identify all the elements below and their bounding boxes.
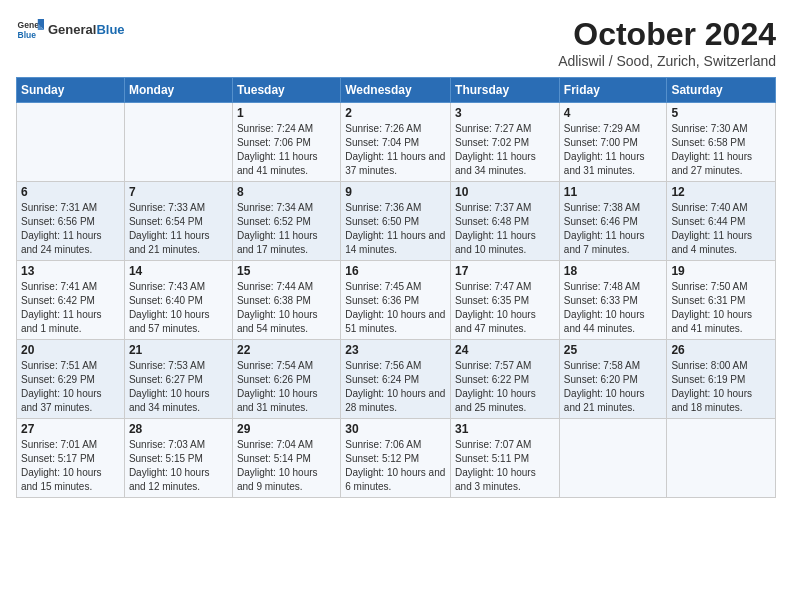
day-cell: 2Sunrise: 7:26 AMSunset: 7:04 PMDaylight… [341,103,451,182]
logo-text: GeneralBlue [48,23,125,37]
day-info: Sunrise: 7:37 AMSunset: 6:48 PMDaylight:… [455,201,555,257]
weekday-header-tuesday: Tuesday [232,78,340,103]
title-block: October 2024 Adliswil / Sood, Zurich, Sw… [558,16,776,69]
day-cell: 13Sunrise: 7:41 AMSunset: 6:42 PMDayligh… [17,261,125,340]
day-cell: 1Sunrise: 7:24 AMSunset: 7:06 PMDaylight… [232,103,340,182]
day-cell: 27Sunrise: 7:01 AMSunset: 5:17 PMDayligh… [17,419,125,498]
weekday-header-row: SundayMondayTuesdayWednesdayThursdayFrid… [17,78,776,103]
day-info: Sunrise: 7:07 AMSunset: 5:11 PMDaylight:… [455,438,555,494]
day-number: 25 [564,343,663,357]
day-number: 19 [671,264,771,278]
day-cell [559,419,667,498]
day-info: Sunrise: 7:51 AMSunset: 6:29 PMDaylight:… [21,359,120,415]
day-cell: 12Sunrise: 7:40 AMSunset: 6:44 PMDayligh… [667,182,776,261]
day-info: Sunrise: 7:58 AMSunset: 6:20 PMDaylight:… [564,359,663,415]
day-cell: 20Sunrise: 7:51 AMSunset: 6:29 PMDayligh… [17,340,125,419]
day-info: Sunrise: 7:38 AMSunset: 6:46 PMDaylight:… [564,201,663,257]
day-cell: 25Sunrise: 7:58 AMSunset: 6:20 PMDayligh… [559,340,667,419]
day-cell: 6Sunrise: 7:31 AMSunset: 6:56 PMDaylight… [17,182,125,261]
day-cell [124,103,232,182]
day-cell: 18Sunrise: 7:48 AMSunset: 6:33 PMDayligh… [559,261,667,340]
day-info: Sunrise: 7:36 AMSunset: 6:50 PMDaylight:… [345,201,446,257]
week-row-5: 27Sunrise: 7:01 AMSunset: 5:17 PMDayligh… [17,419,776,498]
day-number: 13 [21,264,120,278]
day-info: Sunrise: 7:56 AMSunset: 6:24 PMDaylight:… [345,359,446,415]
day-info: Sunrise: 7:41 AMSunset: 6:42 PMDaylight:… [21,280,120,336]
day-number: 12 [671,185,771,199]
day-info: Sunrise: 8:00 AMSunset: 6:19 PMDaylight:… [671,359,771,415]
day-cell: 24Sunrise: 7:57 AMSunset: 6:22 PMDayligh… [451,340,560,419]
day-cell [17,103,125,182]
day-number: 1 [237,106,336,120]
day-number: 29 [237,422,336,436]
day-info: Sunrise: 7:04 AMSunset: 5:14 PMDaylight:… [237,438,336,494]
weekday-header-saturday: Saturday [667,78,776,103]
day-info: Sunrise: 7:06 AMSunset: 5:12 PMDaylight:… [345,438,446,494]
day-cell: 22Sunrise: 7:54 AMSunset: 6:26 PMDayligh… [232,340,340,419]
day-number: 23 [345,343,446,357]
day-info: Sunrise: 7:33 AMSunset: 6:54 PMDaylight:… [129,201,228,257]
day-number: 2 [345,106,446,120]
day-cell: 11Sunrise: 7:38 AMSunset: 6:46 PMDayligh… [559,182,667,261]
day-number: 17 [455,264,555,278]
day-number: 11 [564,185,663,199]
day-cell: 7Sunrise: 7:33 AMSunset: 6:54 PMDaylight… [124,182,232,261]
day-info: Sunrise: 7:44 AMSunset: 6:38 PMDaylight:… [237,280,336,336]
day-cell: 9Sunrise: 7:36 AMSunset: 6:50 PMDaylight… [341,182,451,261]
day-number: 7 [129,185,228,199]
svg-text:Blue: Blue [18,30,37,40]
weekday-header-thursday: Thursday [451,78,560,103]
day-info: Sunrise: 7:26 AMSunset: 7:04 PMDaylight:… [345,122,446,178]
day-number: 9 [345,185,446,199]
day-info: Sunrise: 7:50 AMSunset: 6:31 PMDaylight:… [671,280,771,336]
day-info: Sunrise: 7:53 AMSunset: 6:27 PMDaylight:… [129,359,228,415]
day-cell: 4Sunrise: 7:29 AMSunset: 7:00 PMDaylight… [559,103,667,182]
day-number: 3 [455,106,555,120]
page: General Blue GeneralBlue October 2024 Ad… [0,0,792,508]
day-cell: 5Sunrise: 7:30 AMSunset: 6:58 PMDaylight… [667,103,776,182]
day-cell: 3Sunrise: 7:27 AMSunset: 7:02 PMDaylight… [451,103,560,182]
location-title: Adliswil / Sood, Zurich, Switzerland [558,53,776,69]
day-cell: 26Sunrise: 8:00 AMSunset: 6:19 PMDayligh… [667,340,776,419]
day-info: Sunrise: 7:48 AMSunset: 6:33 PMDaylight:… [564,280,663,336]
day-number: 31 [455,422,555,436]
day-number: 14 [129,264,228,278]
day-number: 20 [21,343,120,357]
day-cell: 28Sunrise: 7:03 AMSunset: 5:15 PMDayligh… [124,419,232,498]
day-number: 26 [671,343,771,357]
day-info: Sunrise: 7:57 AMSunset: 6:22 PMDaylight:… [455,359,555,415]
day-info: Sunrise: 7:03 AMSunset: 5:15 PMDaylight:… [129,438,228,494]
day-number: 21 [129,343,228,357]
day-number: 28 [129,422,228,436]
day-info: Sunrise: 7:40 AMSunset: 6:44 PMDaylight:… [671,201,771,257]
day-number: 8 [237,185,336,199]
day-info: Sunrise: 7:31 AMSunset: 6:56 PMDaylight:… [21,201,120,257]
day-info: Sunrise: 7:24 AMSunset: 7:06 PMDaylight:… [237,122,336,178]
day-cell: 16Sunrise: 7:45 AMSunset: 6:36 PMDayligh… [341,261,451,340]
weekday-header-sunday: Sunday [17,78,125,103]
day-cell: 29Sunrise: 7:04 AMSunset: 5:14 PMDayligh… [232,419,340,498]
day-cell: 17Sunrise: 7:47 AMSunset: 6:35 PMDayligh… [451,261,560,340]
logo: General Blue GeneralBlue [16,16,125,44]
week-row-2: 6Sunrise: 7:31 AMSunset: 6:56 PMDaylight… [17,182,776,261]
day-info: Sunrise: 7:01 AMSunset: 5:17 PMDaylight:… [21,438,120,494]
logo-icon: General Blue [16,16,44,44]
day-number: 4 [564,106,663,120]
day-info: Sunrise: 7:29 AMSunset: 7:00 PMDaylight:… [564,122,663,178]
day-info: Sunrise: 7:47 AMSunset: 6:35 PMDaylight:… [455,280,555,336]
day-info: Sunrise: 7:54 AMSunset: 6:26 PMDaylight:… [237,359,336,415]
day-cell: 31Sunrise: 7:07 AMSunset: 5:11 PMDayligh… [451,419,560,498]
day-cell: 14Sunrise: 7:43 AMSunset: 6:40 PMDayligh… [124,261,232,340]
day-cell: 19Sunrise: 7:50 AMSunset: 6:31 PMDayligh… [667,261,776,340]
weekday-header-monday: Monday [124,78,232,103]
day-cell: 15Sunrise: 7:44 AMSunset: 6:38 PMDayligh… [232,261,340,340]
day-cell: 21Sunrise: 7:53 AMSunset: 6:27 PMDayligh… [124,340,232,419]
day-info: Sunrise: 7:43 AMSunset: 6:40 PMDaylight:… [129,280,228,336]
day-number: 18 [564,264,663,278]
week-row-4: 20Sunrise: 7:51 AMSunset: 6:29 PMDayligh… [17,340,776,419]
day-cell: 8Sunrise: 7:34 AMSunset: 6:52 PMDaylight… [232,182,340,261]
day-info: Sunrise: 7:45 AMSunset: 6:36 PMDaylight:… [345,280,446,336]
day-number: 5 [671,106,771,120]
day-number: 15 [237,264,336,278]
month-title: October 2024 [558,16,776,53]
